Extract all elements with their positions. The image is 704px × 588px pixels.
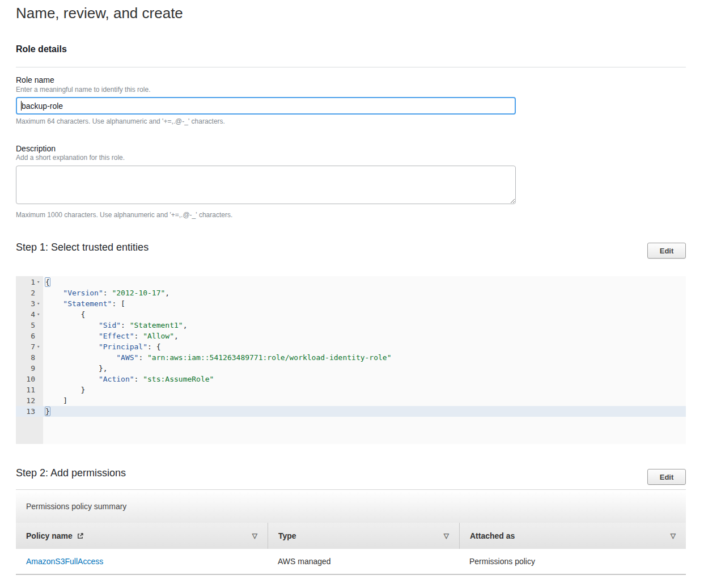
role-name-hint: Maximum 64 characters. Use alphanumeric … bbox=[16, 117, 225, 125]
code-text: { bbox=[45, 309, 85, 320]
code-line-1[interactable]: 1▾{ bbox=[16, 277, 686, 287]
step1-heading: Step 1: Select trusted entities bbox=[16, 242, 149, 253]
code-text: } bbox=[45, 384, 85, 395]
policy-type-cell: AWS managed bbox=[268, 549, 459, 574]
line-number: 3 bbox=[16, 298, 35, 309]
column-header-type[interactable]: Type ▽ bbox=[268, 523, 459, 549]
page-title: Name, review, and create bbox=[16, 5, 183, 22]
line-number: 10 bbox=[16, 374, 35, 384]
column-header-attached-as-label: Attached as bbox=[470, 531, 515, 540]
line-number: 2 bbox=[16, 287, 35, 298]
line-number: 7 bbox=[16, 341, 35, 352]
role-name-label: Role name bbox=[16, 75, 54, 84]
code-text: }, bbox=[45, 363, 108, 374]
trust-policy-editor[interactable]: 1▾{2 "Version": "2012-10-17",3▾ "Stateme… bbox=[16, 276, 686, 444]
line-number: 5 bbox=[16, 320, 35, 331]
code-line-9[interactable]: 9 }, bbox=[16, 363, 686, 374]
role-details-divider bbox=[16, 67, 686, 67]
description-textarea[interactable] bbox=[16, 166, 516, 204]
step2-edit-button[interactable]: Edit bbox=[647, 469, 686, 485]
step2-heading: Step 2: Add permissions bbox=[16, 467, 126, 479]
column-header-type-label: Type bbox=[278, 531, 296, 540]
code-line-2[interactable]: 2 "Version": "2012-10-17", bbox=[16, 287, 686, 298]
attached-as-cell: Permissions policy bbox=[459, 549, 686, 574]
fold-arrow-icon[interactable]: ▾ bbox=[37, 298, 43, 309]
policy-table-header: Policy name ▽ Type ▽ Attached as ▽ bbox=[16, 523, 686, 549]
code-text: { bbox=[45, 277, 50, 287]
code-line-5[interactable]: 5 "Sid": "Statement1", bbox=[16, 320, 686, 331]
role-name-input[interactable] bbox=[16, 97, 516, 115]
code-line-7[interactable]: 7▾ "Principal": { bbox=[16, 341, 686, 352]
permissions-panel: Permissions policy summary Policy name ▽… bbox=[16, 489, 686, 575]
code-line-3[interactable]: 3▾ "Statement": [ bbox=[16, 298, 686, 309]
code-text: "Version": "2012-10-17", bbox=[45, 287, 169, 298]
sort-icon[interactable]: ▽ bbox=[444, 532, 449, 540]
code-text: "Sid": "Statement1", bbox=[45, 320, 187, 331]
code-text: "AWS": "arn:aws:iam::541263489771:role/w… bbox=[45, 352, 392, 363]
column-header-policy-name-label: Policy name bbox=[26, 531, 73, 540]
permissions-panel-title: Permissions policy summary bbox=[26, 502, 126, 511]
fold-arrow-icon[interactable]: ▾ bbox=[37, 309, 43, 320]
policy-editor-lines: 1▾{2 "Version": "2012-10-17",3▾ "Stateme… bbox=[16, 277, 686, 417]
sort-icon[interactable]: ▽ bbox=[252, 532, 257, 540]
line-number: 12 bbox=[16, 395, 35, 406]
description-label: Description bbox=[16, 144, 56, 153]
code-line-12[interactable]: 12 ] bbox=[16, 395, 686, 406]
description-hint: Maximum 1000 characters. Use alphanumeri… bbox=[16, 211, 232, 219]
sort-icon[interactable]: ▽ bbox=[671, 532, 676, 540]
code-line-11[interactable]: 11 } bbox=[16, 384, 686, 395]
external-link-icon bbox=[77, 532, 84, 540]
text-cursor bbox=[21, 101, 22, 111]
code-text: ] bbox=[45, 395, 67, 406]
code-text: "Statement": [ bbox=[45, 298, 125, 309]
line-number: 6 bbox=[16, 331, 35, 341]
line-number: 4 bbox=[16, 309, 35, 320]
line-number: 11 bbox=[16, 384, 35, 395]
fold-arrow-icon[interactable]: ▾ bbox=[37, 341, 43, 352]
column-header-attached-as[interactable]: Attached as ▽ bbox=[459, 523, 686, 549]
line-number: 9 bbox=[16, 363, 35, 374]
code-line-8[interactable]: 8 "AWS": "arn:aws:iam::541263489771:role… bbox=[16, 352, 686, 363]
policy-table-row: AmazonS3FullAccessAWS managedPermissions… bbox=[16, 549, 686, 575]
code-text: "Principal": { bbox=[45, 341, 161, 352]
step1-edit-button[interactable]: Edit bbox=[647, 243, 686, 259]
permissions-panel-header: Permissions policy summary bbox=[16, 490, 686, 523]
name-review-create-page: Name, review, and create Role details Ro… bbox=[0, 0, 704, 588]
code-line-13[interactable]: 13} bbox=[16, 406, 686, 417]
policy-name-link[interactable]: AmazonS3FullAccess bbox=[26, 557, 103, 566]
role-details-heading: Role details bbox=[16, 44, 67, 54]
code-text: "Action": "sts:AssumeRole" bbox=[45, 374, 214, 384]
code-text: "Effect": "Allow", bbox=[45, 331, 179, 341]
line-number: 8 bbox=[16, 352, 35, 363]
code-text: } bbox=[45, 406, 50, 417]
fold-arrow-icon[interactable]: ▾ bbox=[37, 277, 43, 287]
policy-table-body: AmazonS3FullAccessAWS managedPermissions… bbox=[16, 549, 686, 575]
column-header-policy-name[interactable]: Policy name ▽ bbox=[16, 523, 268, 549]
code-line-6[interactable]: 6 "Effect": "Allow", bbox=[16, 331, 686, 341]
description-help: Add a short explanation for this role. bbox=[16, 154, 125, 162]
line-number: 13 bbox=[16, 406, 35, 417]
role-name-help: Enter a meaningful name to identify this… bbox=[16, 86, 150, 94]
code-line-4[interactable]: 4▾ { bbox=[16, 309, 686, 320]
code-line-10[interactable]: 10 "Action": "sts:AssumeRole" bbox=[16, 374, 686, 384]
line-number: 1 bbox=[16, 277, 35, 287]
